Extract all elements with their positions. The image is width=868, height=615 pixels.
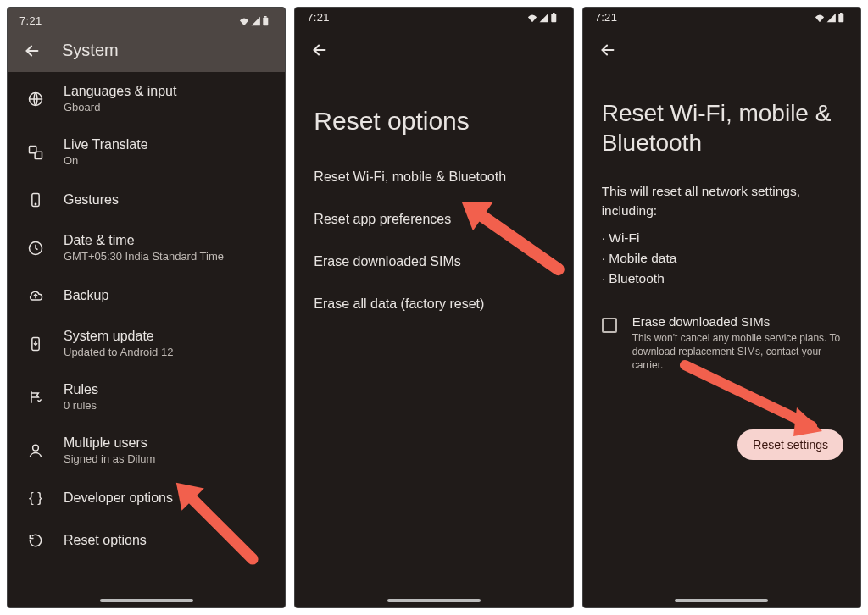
clock-icon (26, 239, 45, 258)
settings-list: Languages & inputGboardLive TranslateOnG… (8, 72, 285, 562)
screen-reset-network: 7:21 Reset Wi-Fi, mobile & Bluetooth Thi… (582, 7, 861, 608)
row-label: Languages & input (64, 84, 176, 99)
users-icon (26, 441, 45, 460)
status-bar: 7:21 (583, 8, 860, 25)
svg-point-6 (35, 203, 36, 204)
bullet-item: · Bluetooth (602, 269, 842, 289)
setting-row-developer-options[interactable]: { }Developer options (8, 477, 285, 519)
setting-row-date-time[interactable]: Date & timeGMT+05:30 India Standard Time (8, 221, 285, 274)
row-label: Backup (64, 288, 108, 303)
screen-reset-options: 7:21 Reset options Reset Wi-Fi, mobile &… (294, 7, 573, 608)
setting-row-system-update[interactable]: System updateUpdated to Android 12 (8, 317, 285, 370)
row-label: Date & time (64, 233, 224, 248)
row-label: Multiple users (64, 435, 155, 451)
status-icons (811, 13, 849, 23)
back-button[interactable] (598, 41, 617, 59)
gesture-nav-bar[interactable] (295, 599, 572, 602)
bullet-list: · Wi-Fi· Mobile data· Bluetooth (583, 221, 860, 308)
row-subtext: GMT+05:30 India Standard Time (64, 250, 224, 263)
row-label: System update (64, 329, 173, 344)
update-icon (26, 335, 45, 353)
row-label: Gestures (64, 192, 119, 208)
cloud-icon (26, 286, 45, 305)
rules-icon (26, 388, 45, 407)
row-subtext: Updated to Android 12 (64, 346, 173, 358)
bullet-item: · Wi-Fi (602, 228, 842, 248)
reset-option-reset-wi-fi-mobile-bluetooth[interactable]: Reset Wi-Fi, mobile & Bluetooth (295, 156, 572, 198)
reset-option-reset-app-preferences[interactable]: Reset app preferences (295, 198, 572, 241)
erase-sims-checkbox-row[interactable]: Erase downloaded SIMs This won't cancel … (583, 308, 860, 381)
reset-settings-button[interactable]: Reset settings (737, 429, 843, 460)
reset-option-erase-all-data-factory-reset[interactable]: Erase all data (factory reset) (295, 283, 572, 325)
row-label: Developer options (64, 490, 173, 506)
row-subtext: Gboard (64, 101, 176, 114)
row-subtext: 0 rules (64, 399, 98, 412)
gesture-nav-bar[interactable] (583, 599, 860, 602)
row-label: Reset options (64, 533, 147, 548)
checkbox-icon[interactable] (602, 318, 617, 333)
header: 7:21 System (8, 8, 285, 72)
status-bar: 7:21 (8, 11, 285, 29)
reset-option-erase-downloaded-sims[interactable]: Erase downloaded SIMs (295, 241, 572, 283)
status-time: 7:21 (19, 14, 42, 27)
status-time: 7:21 (595, 11, 618, 24)
setting-row-languages-input[interactable]: Languages & inputGboard (8, 72, 285, 125)
row-subtext: On (64, 154, 148, 167)
svg-point-9 (33, 445, 39, 451)
globe-icon (26, 90, 45, 108)
gesture-nav-bar[interactable] (8, 599, 285, 602)
bullet-item: · Mobile data (602, 248, 842, 269)
back-button[interactable] (23, 42, 42, 60)
status-icons (236, 16, 273, 26)
page-title: System (62, 41, 119, 60)
reset-icon (26, 531, 45, 550)
back-button[interactable] (310, 41, 329, 59)
status-icons (524, 13, 561, 23)
screen-system: 7:21 System Languages & inputGboardLive … (7, 7, 286, 608)
setting-row-rules[interactable]: Rules0 rules (8, 370, 285, 424)
setting-row-live-translate[interactable]: Live TranslateOn (8, 125, 285, 179)
status-time: 7:21 (307, 11, 330, 24)
setting-row-gestures[interactable]: Gestures (8, 179, 285, 221)
page-title: Reset Wi-Fi, mobile & Bluetooth (583, 63, 860, 176)
row-label: Live Translate (64, 137, 148, 152)
checkbox-subtext: This won't cancel any mobile service pla… (632, 331, 842, 373)
setting-row-backup[interactable]: Backup (8, 274, 285, 317)
row-label: Rules (64, 382, 98, 397)
gesture-icon (26, 191, 45, 209)
translate-icon (26, 143, 45, 162)
reset-options-list: Reset Wi-Fi, mobile & BluetoothReset app… (295, 156, 572, 325)
checkbox-label: Erase downloaded SIMs (632, 314, 842, 329)
setting-row-multiple-users[interactable]: Multiple usersSigned in as Dilum (8, 424, 285, 477)
setting-row-reset-options[interactable]: Reset options (8, 519, 285, 562)
status-bar: 7:21 (295, 8, 572, 25)
row-subtext: Signed in as Dilum (64, 452, 155, 465)
body-description: This will reset all network settings, in… (583, 176, 860, 221)
braces-icon: { } (26, 489, 45, 507)
page-title: Reset options (295, 63, 572, 156)
